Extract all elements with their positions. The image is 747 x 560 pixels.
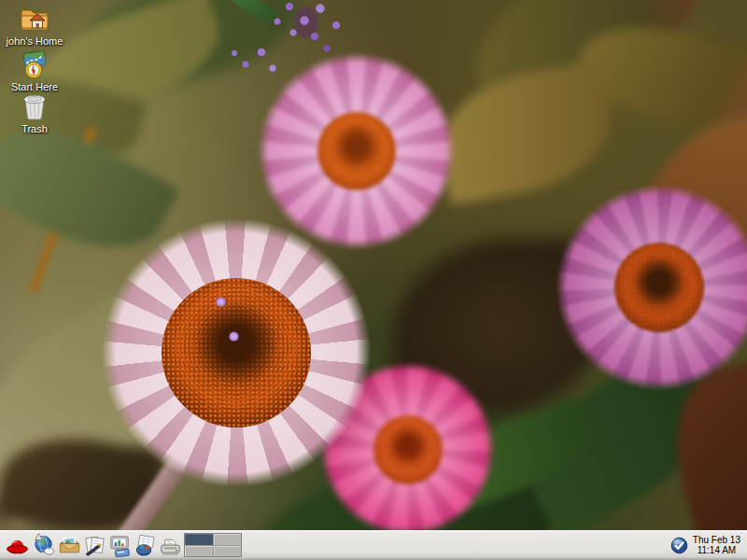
wallpaper-photo — [0, 0, 747, 530]
email-icon — [58, 534, 81, 557]
coneflower-large — [96, 213, 376, 493]
update-check-icon — [670, 537, 688, 554]
flower-disc — [374, 415, 443, 484]
spreadsheet-launcher[interactable] — [133, 531, 158, 559]
flower-disc — [614, 243, 704, 332]
word-processor-launcher[interactable] — [82, 531, 107, 559]
panel-drag-handle[interactable] — [244, 534, 251, 556]
word-processor-icon — [83, 534, 106, 557]
desktop-icon-trash[interactable]: Trash — [4, 91, 65, 134]
workspace-1[interactable] — [185, 534, 213, 545]
email-launcher[interactable] — [57, 531, 82, 559]
verbena-floret — [216, 297, 226, 307]
trash-icon — [19, 91, 50, 122]
clock-time: 11:14 AM — [693, 545, 740, 555]
presentation-icon — [108, 534, 132, 557]
desktop: john's Home Start Here Trash — [0, 0, 747, 560]
printer-icon — [159, 534, 182, 557]
start-here-icon — [19, 49, 50, 80]
presentation-launcher[interactable] — [107, 531, 133, 559]
verbena-floret — [229, 331, 239, 342]
flower-disc — [162, 278, 311, 427]
clock-date: Thu Feb 13 — [693, 535, 740, 545]
home-folder-icon — [19, 3, 50, 35]
clock[interactable]: Thu Feb 13 11:14 AM — [690, 535, 745, 555]
update-notification-button[interactable] — [669, 533, 690, 557]
flower-disc — [317, 112, 396, 190]
print-manager-launcher[interactable] — [158, 531, 183, 559]
red-hat-menu-icon — [5, 533, 30, 558]
workspace-4[interactable] — [214, 546, 242, 557]
workspace-2[interactable] — [214, 534, 242, 545]
coneflower-right — [552, 180, 747, 395]
desktop-icon-label: Trash — [4, 123, 65, 134]
main-menu-button[interactable] — [2, 531, 32, 559]
workspace-3[interactable] — [185, 546, 213, 557]
menu-arrow-icon — [34, 532, 44, 541]
verbena-flowers — [224, 0, 383, 97]
desktop-icon-label: john's Home — [4, 35, 65, 47]
desktop-icon-start-here[interactable]: Start Here — [4, 49, 65, 92]
workspace-switcher — [184, 533, 242, 557]
bottom-panel: Thu Feb 13 11:14 AM — [0, 530, 747, 560]
desktop-icon-home[interactable]: john's Home — [4, 3, 65, 47]
spreadsheet-icon — [134, 534, 157, 557]
panel-drag-handle[interactable] — [660, 534, 668, 556]
